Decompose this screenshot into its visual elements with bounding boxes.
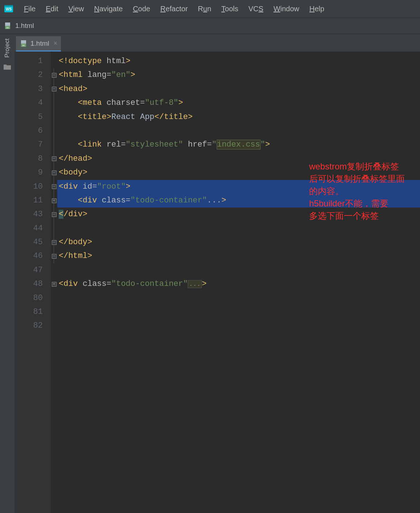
tab-1-html[interactable]: H 1.html × bbox=[16, 36, 61, 52]
breadcrumb: H 1.html bbox=[0, 17, 420, 34]
svg-text:WS: WS bbox=[6, 7, 12, 11]
folder-icon[interactable] bbox=[3, 63, 11, 70]
fold-ellipsis[interactable]: ... bbox=[188, 280, 201, 288]
fold-marker[interactable]: − bbox=[52, 212, 57, 217]
fold-marker[interactable]: − bbox=[52, 240, 57, 245]
fold-marker[interactable]: − bbox=[52, 87, 57, 91]
menu-refactor[interactable]: Refactor bbox=[155, 0, 193, 17]
menu-vcs[interactable]: VCS bbox=[244, 0, 269, 17]
selected-line: <div class="todo-container"...> bbox=[57, 194, 420, 208]
menu-code[interactable]: Code bbox=[128, 0, 155, 17]
menu-view[interactable]: View bbox=[63, 0, 89, 17]
menu-window[interactable]: Window bbox=[269, 0, 304, 17]
breadcrumb-file[interactable]: 1.html bbox=[15, 22, 34, 30]
fold-column: − − − − − + − − − + bbox=[51, 52, 57, 513]
tabbar: H 1.html × bbox=[14, 34, 420, 52]
menu-tools[interactable]: Tools bbox=[216, 0, 244, 17]
menu-edit[interactable]: Edit bbox=[41, 0, 63, 17]
menu-file[interactable]: File bbox=[19, 0, 41, 17]
sidebar: Project bbox=[0, 34, 14, 513]
svg-rect-7 bbox=[21, 40, 26, 44]
gutter: 1 2 3 4 5 6 7 8 9 10 11 43 44 45 46 47 4… bbox=[14, 52, 51, 513]
menubar: WS File Edit View Navigate Code Refactor… bbox=[0, 0, 420, 17]
code-content[interactable]: <!doctype html> <html lang="en"> <head> … bbox=[57, 52, 420, 513]
svg-rect-4 bbox=[5, 22, 10, 26]
tab-close-icon[interactable]: × bbox=[54, 40, 58, 47]
svg-rect-1 bbox=[4, 5, 13, 7]
menu-run[interactable]: Run bbox=[193, 0, 216, 17]
editor-area: H 1.html × 1 2 3 4 5 6 7 8 9 10 11 43 4 bbox=[14, 34, 420, 513]
html-file-icon: H bbox=[4, 21, 12, 30]
code-editor[interactable]: 1 2 3 4 5 6 7 8 9 10 11 43 44 45 46 47 4… bbox=[14, 52, 420, 513]
fold-marker-collapsed[interactable]: + bbox=[52, 198, 57, 203]
sidebar-project[interactable]: Project bbox=[4, 38, 11, 58]
cursor: < bbox=[59, 210, 63, 219]
fold-marker[interactable]: − bbox=[52, 156, 57, 161]
fold-marker[interactable]: − bbox=[52, 254, 57, 259]
menu-navigate[interactable]: Navigate bbox=[89, 0, 128, 17]
html-file-icon: H bbox=[20, 39, 28, 48]
svg-text:H: H bbox=[7, 26, 9, 29]
svg-text:H: H bbox=[22, 44, 25, 47]
selected-line: <div id="root"> bbox=[57, 180, 420, 194]
app-icon: WS bbox=[3, 3, 14, 15]
tab-label: 1.html bbox=[30, 40, 49, 48]
fold-marker[interactable]: − bbox=[52, 171, 57, 175]
fold-marker-collapsed[interactable]: + bbox=[52, 282, 57, 287]
menu-help[interactable]: Help bbox=[304, 0, 329, 17]
fold-marker[interactable]: − bbox=[52, 73, 57, 78]
fold-marker[interactable]: − bbox=[52, 184, 57, 189]
